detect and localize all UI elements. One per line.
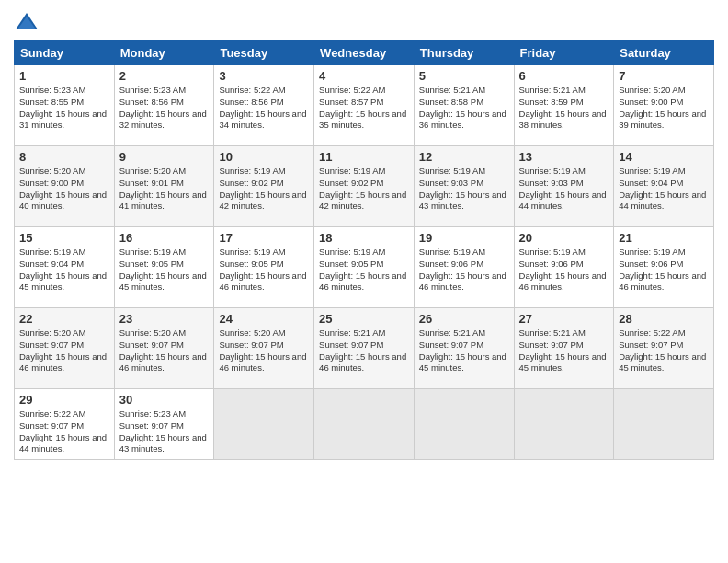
day-number: 14 bbox=[619, 150, 709, 164]
day-info: Sunrise: 5:19 AM Sunset: 9:05 PM Dayligh… bbox=[119, 247, 210, 293]
day-info: Sunrise: 5:19 AM Sunset: 9:03 PM Dayligh… bbox=[419, 166, 509, 213]
day-number: 24 bbox=[219, 312, 309, 326]
day-number: 28 bbox=[619, 312, 709, 326]
calendar-day-cell: 7 Sunrise: 5:20 AM Sunset: 9:00 PM Dayli… bbox=[614, 65, 714, 146]
day-number: 10 bbox=[219, 150, 309, 164]
day-info: Sunrise: 5:21 AM Sunset: 8:59 PM Dayligh… bbox=[519, 85, 609, 132]
day-number: 3 bbox=[219, 69, 309, 83]
calendar-day-header: Sunday bbox=[15, 41, 115, 65]
day-info: Sunrise: 5:23 AM Sunset: 9:07 PM Dayligh… bbox=[119, 408, 210, 455]
calendar-day-cell: 22 Sunrise: 5:20 AM Sunset: 9:07 PM Dayl… bbox=[15, 308, 115, 389]
calendar-day-cell: 27 Sunrise: 5:21 AM Sunset: 9:07 PM Dayl… bbox=[514, 308, 614, 389]
day-info: Sunrise: 5:23 AM Sunset: 8:56 PM Dayligh… bbox=[119, 85, 210, 132]
calendar-week-row: 8 Sunrise: 5:20 AM Sunset: 9:00 PM Dayli… bbox=[15, 146, 714, 227]
calendar-day-cell: 19 Sunrise: 5:19 AM Sunset: 9:06 PM Dayl… bbox=[414, 227, 514, 308]
calendar-day-cell: 21 Sunrise: 5:19 AM Sunset: 9:06 PM Dayl… bbox=[614, 227, 714, 308]
calendar-day-cell: 16 Sunrise: 5:19 AM Sunset: 9:05 PM Dayl… bbox=[114, 227, 214, 308]
day-info: Sunrise: 5:20 AM Sunset: 9:07 PM Dayligh… bbox=[219, 327, 309, 374]
calendar-day-cell: 14 Sunrise: 5:19 AM Sunset: 9:04 PM Dayl… bbox=[614, 146, 714, 227]
calendar-day-header: Friday bbox=[514, 41, 614, 65]
day-info: Sunrise: 5:19 AM Sunset: 9:05 PM Dayligh… bbox=[219, 247, 309, 293]
calendar-day-cell: 8 Sunrise: 5:20 AM Sunset: 9:00 PM Dayli… bbox=[15, 146, 115, 227]
day-info: Sunrise: 5:21 AM Sunset: 8:58 PM Dayligh… bbox=[419, 85, 509, 132]
day-number: 26 bbox=[419, 312, 509, 326]
calendar-day-cell: 13 Sunrise: 5:19 AM Sunset: 9:03 PM Dayl… bbox=[514, 146, 614, 227]
calendar-day-cell bbox=[614, 389, 714, 460]
calendar-day-cell: 6 Sunrise: 5:21 AM Sunset: 8:59 PM Dayli… bbox=[514, 65, 614, 146]
calendar-day-cell bbox=[214, 389, 314, 460]
day-number: 8 bbox=[19, 150, 109, 164]
calendar-day-cell: 23 Sunrise: 5:20 AM Sunset: 9:07 PM Dayl… bbox=[114, 308, 214, 389]
day-number: 25 bbox=[319, 312, 409, 326]
day-info: Sunrise: 5:22 AM Sunset: 8:56 PM Dayligh… bbox=[219, 85, 309, 132]
day-info: Sunrise: 5:19 AM Sunset: 9:04 PM Dayligh… bbox=[619, 166, 709, 213]
calendar-day-header: Saturday bbox=[614, 41, 714, 65]
day-number: 2 bbox=[119, 69, 210, 83]
calendar-day-cell: 29 Sunrise: 5:22 AM Sunset: 9:07 PM Dayl… bbox=[15, 389, 115, 460]
calendar-day-header: Tuesday bbox=[214, 41, 314, 65]
day-number: 30 bbox=[119, 393, 210, 407]
day-number: 9 bbox=[119, 150, 210, 164]
day-number: 7 bbox=[619, 69, 709, 83]
calendar-day-header: Monday bbox=[114, 41, 214, 65]
calendar-day-cell: 1 Sunrise: 5:23 AM Sunset: 8:55 PM Dayli… bbox=[15, 65, 115, 146]
day-number: 21 bbox=[619, 231, 709, 245]
day-info: Sunrise: 5:20 AM Sunset: 9:07 PM Dayligh… bbox=[19, 327, 109, 374]
day-number: 1 bbox=[19, 69, 109, 83]
day-info: Sunrise: 5:21 AM Sunset: 9:07 PM Dayligh… bbox=[319, 327, 409, 374]
day-info: Sunrise: 5:20 AM Sunset: 9:07 PM Dayligh… bbox=[119, 327, 210, 374]
day-info: Sunrise: 5:20 AM Sunset: 9:01 PM Dayligh… bbox=[119, 166, 210, 213]
calendar-day-cell: 2 Sunrise: 5:23 AM Sunset: 8:56 PM Dayli… bbox=[114, 65, 214, 146]
day-number: 20 bbox=[519, 231, 609, 245]
day-info: Sunrise: 5:20 AM Sunset: 9:00 PM Dayligh… bbox=[19, 166, 109, 213]
calendar-week-row: 29 Sunrise: 5:22 AM Sunset: 9:07 PM Dayl… bbox=[15, 389, 714, 460]
calendar-day-cell: 12 Sunrise: 5:19 AM Sunset: 9:03 PM Dayl… bbox=[414, 146, 514, 227]
calendar-day-cell bbox=[514, 389, 614, 460]
calendar-day-cell: 28 Sunrise: 5:22 AM Sunset: 9:07 PM Dayl… bbox=[614, 308, 714, 389]
calendar-day-cell: 17 Sunrise: 5:19 AM Sunset: 9:05 PM Dayl… bbox=[214, 227, 314, 308]
day-info: Sunrise: 5:19 AM Sunset: 9:02 PM Dayligh… bbox=[319, 166, 409, 213]
day-number: 16 bbox=[119, 231, 210, 245]
day-number: 17 bbox=[219, 231, 309, 245]
day-info: Sunrise: 5:19 AM Sunset: 9:06 PM Dayligh… bbox=[419, 247, 509, 293]
calendar-day-cell bbox=[314, 389, 415, 460]
calendar-day-cell: 3 Sunrise: 5:22 AM Sunset: 8:56 PM Dayli… bbox=[214, 65, 314, 146]
day-number: 13 bbox=[519, 150, 609, 164]
day-number: 27 bbox=[519, 312, 609, 326]
calendar-day-cell: 11 Sunrise: 5:19 AM Sunset: 9:02 PM Dayl… bbox=[314, 146, 415, 227]
calendar-table: SundayMondayTuesdayWednesdayThursdayFrid… bbox=[14, 40, 714, 460]
day-number: 11 bbox=[319, 150, 409, 164]
calendar-day-cell: 25 Sunrise: 5:21 AM Sunset: 9:07 PM Dayl… bbox=[314, 308, 415, 389]
day-info: Sunrise: 5:19 AM Sunset: 9:04 PM Dayligh… bbox=[19, 247, 109, 293]
calendar-header-row: SundayMondayTuesdayWednesdayThursdayFrid… bbox=[15, 41, 714, 65]
calendar-day-cell: 15 Sunrise: 5:19 AM Sunset: 9:04 PM Dayl… bbox=[15, 227, 115, 308]
day-info: Sunrise: 5:22 AM Sunset: 9:07 PM Dayligh… bbox=[619, 327, 709, 374]
calendar-day-cell: 5 Sunrise: 5:21 AM Sunset: 8:58 PM Dayli… bbox=[414, 65, 514, 146]
calendar-week-row: 1 Sunrise: 5:23 AM Sunset: 8:55 PM Dayli… bbox=[15, 65, 714, 146]
day-number: 22 bbox=[19, 312, 109, 326]
calendar-day-cell: 4 Sunrise: 5:22 AM Sunset: 8:57 PM Dayli… bbox=[314, 65, 415, 146]
calendar-day-cell: 18 Sunrise: 5:19 AM Sunset: 9:05 PM Dayl… bbox=[314, 227, 415, 308]
logo-icon bbox=[14, 9, 40, 35]
day-info: Sunrise: 5:19 AM Sunset: 9:03 PM Dayligh… bbox=[519, 166, 609, 213]
page-header bbox=[14, 9, 714, 35]
calendar-day-cell: 20 Sunrise: 5:19 AM Sunset: 9:06 PM Dayl… bbox=[514, 227, 614, 308]
page-container: SundayMondayTuesdayWednesdayThursdayFrid… bbox=[0, 0, 728, 563]
day-info: Sunrise: 5:20 AM Sunset: 9:00 PM Dayligh… bbox=[619, 85, 709, 132]
day-info: Sunrise: 5:19 AM Sunset: 9:06 PM Dayligh… bbox=[519, 247, 609, 293]
day-info: Sunrise: 5:19 AM Sunset: 9:02 PM Dayligh… bbox=[219, 166, 309, 213]
day-number: 12 bbox=[419, 150, 509, 164]
calendar-week-row: 15 Sunrise: 5:19 AM Sunset: 9:04 PM Dayl… bbox=[15, 227, 714, 308]
day-info: Sunrise: 5:21 AM Sunset: 9:07 PM Dayligh… bbox=[419, 327, 509, 374]
day-info: Sunrise: 5:19 AM Sunset: 9:05 PM Dayligh… bbox=[319, 247, 409, 293]
calendar-day-cell bbox=[414, 389, 514, 460]
calendar-day-cell: 24 Sunrise: 5:20 AM Sunset: 9:07 PM Dayl… bbox=[214, 308, 314, 389]
day-info: Sunrise: 5:22 AM Sunset: 8:57 PM Dayligh… bbox=[319, 85, 409, 132]
calendar-day-header: Thursday bbox=[414, 41, 514, 65]
calendar-day-cell: 30 Sunrise: 5:23 AM Sunset: 9:07 PM Dayl… bbox=[114, 389, 214, 460]
logo bbox=[14, 9, 43, 35]
day-number: 29 bbox=[19, 393, 109, 407]
calendar-day-cell: 9 Sunrise: 5:20 AM Sunset: 9:01 PM Dayli… bbox=[114, 146, 214, 227]
day-number: 15 bbox=[19, 231, 109, 245]
day-info: Sunrise: 5:19 AM Sunset: 9:06 PM Dayligh… bbox=[619, 247, 709, 293]
